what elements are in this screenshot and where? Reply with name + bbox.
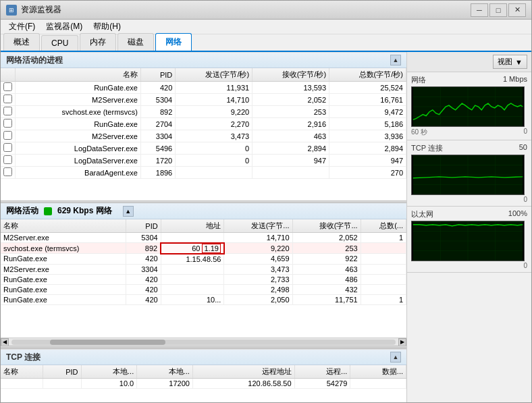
na-pid: 420 xyxy=(126,274,161,284)
tcp-collapse[interactable]: ▲ xyxy=(390,352,401,362)
table-row[interactable]: RunGate.exe 420 1.15.48.56 4,659 922 xyxy=(1,254,406,265)
table-row[interactable]: M2Server.exe 3304 3,473 463 xyxy=(1,264,406,274)
na-send: 4,659 xyxy=(224,254,292,265)
proc-name: svchost.exe (termsvcs) xyxy=(16,106,141,118)
tcp-header: TCP 连接 ▲ xyxy=(1,349,406,365)
network-processes-collapse[interactable]: ▲ xyxy=(390,55,401,65)
horizontal-scrollbar[interactable]: ◀ ▶ xyxy=(1,338,406,346)
ethernet-chart-zero: 0 xyxy=(523,262,527,269)
row-checkbox[interactable] xyxy=(1,130,16,142)
network-chart-value: 1 Mbps xyxy=(503,75,527,85)
table-row[interactable]: LogDataServer.exe 5496 0 2,894 2,894 xyxy=(1,142,406,155)
proc-total: 16,761 xyxy=(329,94,406,106)
menu-help[interactable]: 帮助(H) xyxy=(88,20,126,34)
tab-network[interactable]: 网络 xyxy=(155,33,192,51)
network-chart-zero: 0 xyxy=(523,128,527,137)
tcp-title: TCP 连接 xyxy=(6,352,41,363)
proc-total: 2,894 xyxy=(329,142,406,155)
tcp-table-container[interactable]: 名称 PID 本地... 本地... 远程地址 远程... 数据... xyxy=(1,365,406,402)
tab-disk[interactable]: 磁盘 xyxy=(117,33,154,51)
ethernet-chart-canvas xyxy=(411,221,525,261)
view-button[interactable]: 视图 ▼ xyxy=(493,55,527,69)
network-activity-title: 网络活动 xyxy=(6,205,38,217)
table-row[interactable]: M2Server.exe 5304 14,710 2,052 1 xyxy=(1,233,406,243)
na-total: 1 xyxy=(361,294,406,304)
na-send: 2,498 xyxy=(224,284,292,294)
na-name: RunGate.exe xyxy=(1,274,126,284)
network-processes-table-container[interactable]: 名称 PID 发送(字节/秒) 接收(字节/秒) 总数(字节/秒) RunGat… xyxy=(1,68,406,200)
proc-total: 270 xyxy=(329,167,406,179)
network-activity-collapse[interactable]: ▲ xyxy=(123,206,134,217)
table-row[interactable]: RunGate.exe 420 2,733 486 xyxy=(1,274,406,284)
table-row[interactable]: 10.0 17200 120.86.58.50 54279 xyxy=(1,379,406,389)
na-name: RunGate.exe xyxy=(1,254,126,265)
row-checkbox[interactable] xyxy=(1,82,16,94)
col-na-recv: 接收(字节... xyxy=(292,219,361,233)
network-activity-table-container[interactable]: 名称 PID 地址 发送(字节... 接收(字节... 总数(... M2Ser… xyxy=(1,219,406,338)
na-addr: 1.15.48.56 xyxy=(161,254,224,265)
proc-recv: 463 xyxy=(252,130,329,142)
scroll-track[interactable] xyxy=(11,340,396,345)
tcp-local1: 10.0 xyxy=(81,379,137,389)
proc-send: 0 xyxy=(176,155,252,167)
na-recv: 922 xyxy=(292,254,361,265)
minimize-button[interactable]: ─ xyxy=(471,3,488,17)
scroll-right[interactable]: ▶ xyxy=(398,338,406,346)
network-processes-section: 网络活动的进程 ▲ 名称 PID 发送(字节/秒) 接收(字节/秒) xyxy=(1,52,406,200)
network-processes-table: 名称 PID 发送(字节/秒) 接收(字节/秒) 总数(字节/秒) RunGat… xyxy=(1,68,406,179)
tab-memory[interactable]: 内存 xyxy=(80,33,116,51)
na-total: 1 xyxy=(361,233,406,243)
na-total xyxy=(361,243,406,254)
na-addr xyxy=(161,264,224,274)
row-checkbox[interactable] xyxy=(1,142,16,155)
tcp-data xyxy=(350,379,406,389)
table-row[interactable]: RunGate.exe 420 2,498 432 xyxy=(1,284,406,294)
table-row[interactable]: svchost.exe (termsvcs) 892 60 1.19 9,220… xyxy=(1,243,406,254)
row-checkbox[interactable] xyxy=(1,155,16,167)
row-checkbox[interactable] xyxy=(1,118,16,130)
menu-file[interactable]: 文件(F) xyxy=(3,20,41,34)
tcp-chart-section: TCP 连接 50 xyxy=(407,140,531,207)
proc-name: RunGate.exe xyxy=(16,82,141,94)
na-pid: 5304 xyxy=(126,233,161,243)
proc-recv: 253 xyxy=(252,106,329,118)
scroll-left[interactable]: ◀ xyxy=(1,338,9,346)
na-name: RunGate.exe xyxy=(1,294,126,304)
na-send: 9,220 xyxy=(224,243,292,254)
table-row[interactable]: svchost.exe (termsvcs) 892 9,220 253 9,4… xyxy=(1,106,406,118)
proc-send: 3,473 xyxy=(176,130,252,142)
tab-overview[interactable]: 概述 xyxy=(3,33,40,51)
table-row[interactable]: RunGate.exe 420 10... 2,050 11,751 1 xyxy=(1,294,406,304)
network-chart-canvas xyxy=(411,86,525,127)
na-recv: 2,052 xyxy=(292,233,361,243)
view-label: 视图 xyxy=(498,57,512,67)
network-chart-sublabel: 60 秒 0 xyxy=(411,128,527,137)
row-checkbox[interactable] xyxy=(1,94,16,106)
na-addr: 10... xyxy=(161,294,224,304)
menu-monitor[interactable]: 监视器(M) xyxy=(41,20,88,34)
proc-recv xyxy=(252,167,329,179)
maximize-button[interactable]: □ xyxy=(489,3,507,17)
table-row[interactable]: LogDataServer.exe 1720 0 947 947 xyxy=(1,155,406,167)
tab-cpu[interactable]: CPU xyxy=(41,35,78,51)
row-checkbox[interactable] xyxy=(1,167,16,179)
row-checkbox[interactable] xyxy=(1,106,16,118)
network-chart-label: 网络 1 Mbps xyxy=(411,75,527,85)
table-row[interactable]: M2Server.exe 5304 14,710 2,052 16,761 xyxy=(1,94,406,106)
table-row[interactable]: RunGate.exe 2704 2,270 2,916 5,186 xyxy=(1,118,406,130)
close-button[interactable]: ✕ xyxy=(508,3,526,17)
proc-total: 9,472 xyxy=(329,106,406,118)
table-row[interactable]: M2Server.exe 3304 3,473 463 3,936 xyxy=(1,130,406,142)
tcp-chart-zero: 0 xyxy=(523,196,527,203)
col-na-addr: 地址 xyxy=(161,219,224,233)
col-recv: 接收(字节/秒) xyxy=(252,68,329,82)
na-recv: 463 xyxy=(292,264,361,274)
na-pid: 420 xyxy=(126,254,161,265)
scroll-thumb xyxy=(50,340,165,345)
table-row[interactable]: RunGate.exe 420 11,931 13,593 25,524 xyxy=(1,82,406,94)
table-row[interactable]: BaradAgent.exe 1896 270 xyxy=(1,167,406,179)
ethernet-chart-svg xyxy=(412,221,524,261)
tcp-section: TCP 连接 ▲ 名称 PID 本地... 本地... 远程地址 xyxy=(1,348,406,402)
network-activity-header: 网络活动 629 Kbps 网络 ▲ xyxy=(1,203,406,219)
tcp-chart-label: TCP 连接 50 xyxy=(411,143,527,153)
